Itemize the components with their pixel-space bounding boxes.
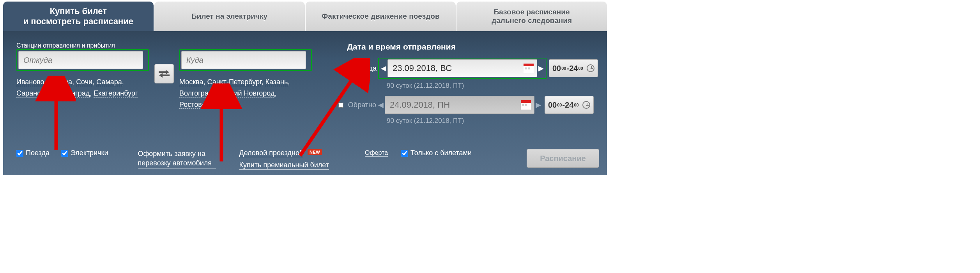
back-time-range[interactable]: 0000-2400: [545, 96, 594, 114]
time-to-hh: 24: [569, 64, 578, 73]
trains-label: Поезда: [26, 149, 50, 157]
suggest-city[interactable]: Казань: [265, 78, 288, 86]
suggest-city[interactable]: Екатеринбург: [94, 89, 138, 98]
tab-base-schedule[interactable]: Базовое расписание дальнего следования: [456, 2, 607, 31]
time-from-hh: 00: [548, 101, 557, 110]
back-date-prev[interactable]: ◀: [377, 96, 385, 114]
suggest-city[interactable]: Саранск: [16, 89, 44, 98]
car-request-link[interactable]: Оформить заявку на перевозку автомобиля: [138, 149, 216, 168]
tabs-bar: Купить билет и посмотреть расписание Бил…: [3, 2, 607, 31]
clock-icon: [587, 64, 594, 72]
time-from-hh: 00: [552, 64, 561, 73]
to-input[interactable]: [181, 51, 306, 69]
there-date-next[interactable]: ▶: [537, 59, 545, 77]
calendar-icon: [521, 100, 531, 110]
there-date-prev[interactable]: ◀: [380, 59, 387, 77]
suburban-checkbox-input[interactable]: [61, 150, 68, 157]
suggest-city[interactable]: Калининград: [48, 89, 90, 98]
tickets-only-input[interactable]: [401, 150, 408, 157]
swap-icon: [159, 69, 170, 78]
premium-ticket-link[interactable]: Купить премиальный билет: [239, 161, 329, 170]
return-checkbox[interactable]: [338, 103, 343, 108]
suggest-city[interactable]: Волгоград: [179, 89, 212, 98]
schedule-button[interactable]: Расписание: [527, 149, 599, 168]
suggest-city[interactable]: Москва: [179, 78, 203, 86]
trains-checkbox-input[interactable]: [16, 150, 23, 157]
swap-stations-button[interactable]: [154, 64, 174, 83]
time-to-hh: 24: [565, 101, 573, 110]
from-input[interactable]: [18, 51, 143, 69]
there-sub-date: 90 суток (21.12.2018, ПТ): [387, 82, 598, 90]
calendar-icon: [524, 64, 534, 73]
from-suggestions: Иваново, Москва, Сочи, Самара, Саранск, …: [16, 76, 149, 99]
suggest-city[interactable]: Сочи: [76, 78, 92, 86]
time-from-mm: 00: [561, 66, 566, 71]
time-to-mm: 00: [574, 103, 578, 107]
business-pass-link[interactable]: Деловой проездной: [239, 149, 304, 157]
new-badge: NEW: [308, 149, 322, 155]
there-time-range[interactable]: 0000-2400: [549, 59, 598, 77]
time-to-mm: 00: [578, 66, 583, 71]
tab-buy-ticket[interactable]: Купить билет и посмотреть расписание: [3, 2, 154, 31]
back-sub-date: 90 суток (21.12.2018, ПТ): [387, 117, 598, 125]
suggest-city[interactable]: Москва: [48, 78, 72, 86]
clock-icon: [582, 101, 590, 109]
suggest-city[interactable]: Нижний Новгород: [216, 89, 274, 98]
back-date-value: 24.09.2018, ПН: [390, 100, 521, 110]
back-date-input[interactable]: 24.09.2018, ПН: [385, 96, 534, 114]
suburban-checkbox[interactable]: Электрички: [61, 149, 108, 157]
stations-heading: Станции отправления и прибытия: [16, 42, 312, 49]
suggest-city[interactable]: Санкт-Петербург: [207, 78, 261, 86]
time-sep: -: [563, 101, 565, 110]
back-date-next[interactable]: ▶: [534, 96, 542, 114]
offer-link[interactable]: Оферта: [365, 149, 388, 157]
there-label: Туда: [347, 64, 378, 73]
suburban-label: Электрички: [71, 149, 108, 157]
tab-movement[interactable]: Фактическое движение поездов: [306, 2, 456, 31]
suggest-city[interactable]: Самара: [96, 78, 122, 86]
tickets-only-label: Только с билетами: [410, 149, 472, 157]
back-label: Обратно: [346, 101, 377, 109]
tickets-only-checkbox[interactable]: Только с билетами: [401, 149, 472, 157]
to-suggestions: Москва, Санкт-Петербург, Казань, Волгогр…: [179, 76, 312, 110]
there-date-value: 23.09.2018, ВС: [393, 63, 524, 73]
suggest-city[interactable]: Иваново: [16, 78, 44, 86]
trains-checkbox[interactable]: Поезда: [16, 149, 50, 157]
tab-suburban[interactable]: Билет на электричку: [154, 2, 305, 31]
suggest-city[interactable]: Ростов-На-Дону: [179, 101, 232, 109]
there-date-input[interactable]: 23.09.2018, ВС: [387, 59, 537, 77]
time-sep: -: [567, 64, 570, 73]
time-from-mm: 00: [557, 103, 562, 107]
search-panel: Станции отправления и прибытия Иваново, …: [3, 31, 607, 175]
datetime-heading: Дата и время отправления: [347, 42, 598, 51]
